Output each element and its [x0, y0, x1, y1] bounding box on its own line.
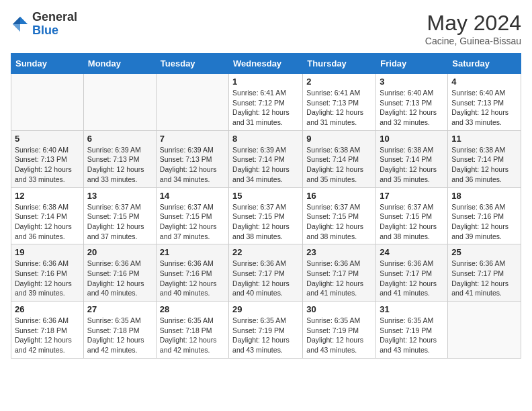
day-info: Sunrise: 6:35 AMSunset: 7:18 PMDaylight:… [87, 316, 152, 355]
day-number: 7 [160, 134, 225, 144]
day-info: Sunrise: 6:41 AMSunset: 7:12 PMDaylight:… [232, 88, 299, 128]
day-info: Sunrise: 6:38 AMSunset: 7:14 PMDaylight:… [306, 145, 372, 185]
calendar-cell: 14Sunrise: 6:37 AMSunset: 7:15 PMDayligh… [156, 187, 228, 244]
day-number: 23 [306, 247, 372, 257]
calendar-cell: 21Sunrise: 6:36 AMSunset: 7:16 PMDayligh… [156, 244, 228, 302]
logo-blue-text: Blue [32, 24, 58, 37]
svg-marker-2 [13, 24, 20, 32]
day-number: 2 [306, 77, 372, 87]
calendar-cell: 25Sunrise: 6:36 AMSunset: 7:17 PMDayligh… [448, 244, 521, 302]
day-info: Sunrise: 6:36 AMSunset: 7:17 PMDaylight:… [451, 259, 517, 298]
calendar-cell: 17Sunrise: 6:37 AMSunset: 7:15 PMDayligh… [376, 187, 448, 244]
day-info: Sunrise: 6:38 AMSunset: 7:14 PMDaylight:… [380, 145, 444, 185]
page-header: General Blue May 2024 Cacine, Guinea-Bis… [11, 11, 521, 46]
calendar-cell: 22Sunrise: 6:36 AMSunset: 7:17 PMDayligh… [229, 244, 303, 302]
day-info: Sunrise: 6:37 AMSunset: 7:15 PMDaylight:… [306, 202, 372, 242]
day-number: 12 [15, 191, 80, 201]
day-number: 15 [232, 191, 299, 201]
day-number: 9 [306, 134, 372, 144]
calendar-cell: 2Sunrise: 6:41 AMSunset: 7:13 PMDaylight… [303, 74, 376, 131]
day-info: Sunrise: 6:41 AMSunset: 7:13 PMDaylight:… [306, 88, 372, 128]
calendar-cell: 11Sunrise: 6:38 AMSunset: 7:14 PMDayligh… [448, 130, 521, 187]
day-number: 27 [87, 304, 152, 314]
logo-general-text: General [32, 10, 77, 24]
day-number: 31 [380, 304, 444, 314]
week-row-2: 5Sunrise: 6:40 AMSunset: 7:13 PMDaylight… [11, 130, 521, 187]
day-info: Sunrise: 6:40 AMSunset: 7:13 PMDaylight:… [451, 88, 517, 128]
calendar-cell: 12Sunrise: 6:38 AMSunset: 7:14 PMDayligh… [11, 187, 84, 244]
day-number: 18 [451, 191, 517, 201]
day-info: Sunrise: 6:35 AMSunset: 7:19 PMDaylight:… [306, 316, 372, 355]
calendar-cell: 5Sunrise: 6:40 AMSunset: 7:13 PMDaylight… [11, 130, 84, 187]
day-info: Sunrise: 6:36 AMSunset: 7:16 PMDaylight:… [15, 259, 80, 298]
calendar-subtitle: Cacine, Guinea-Bissau [425, 36, 521, 46]
calendar-cell: 27Sunrise: 6:35 AMSunset: 7:18 PMDayligh… [83, 302, 156, 359]
title-block: May 2024 Cacine, Guinea-Bissau [425, 11, 521, 46]
day-number: 29 [232, 304, 299, 314]
day-number: 28 [160, 304, 225, 314]
day-info: Sunrise: 6:40 AMSunset: 7:13 PMDaylight:… [15, 145, 80, 185]
day-info: Sunrise: 6:37 AMSunset: 7:15 PMDaylight:… [232, 202, 299, 242]
day-info: Sunrise: 6:38 AMSunset: 7:14 PMDaylight:… [451, 145, 517, 185]
calendar-header-row: SundayMondayTuesdayWednesdayThursdayFrid… [11, 54, 521, 74]
day-info: Sunrise: 6:35 AMSunset: 7:18 PMDaylight:… [160, 316, 225, 355]
calendar-cell: 26Sunrise: 6:36 AMSunset: 7:18 PMDayligh… [11, 302, 84, 359]
day-number: 3 [380, 77, 444, 87]
week-row-3: 12Sunrise: 6:38 AMSunset: 7:14 PMDayligh… [11, 187, 521, 244]
day-number: 11 [451, 134, 517, 144]
calendar-cell: 9Sunrise: 6:38 AMSunset: 7:14 PMDaylight… [303, 130, 376, 187]
calendar-cell: 7Sunrise: 6:39 AMSunset: 7:13 PMDaylight… [156, 130, 228, 187]
calendar-cell: 8Sunrise: 6:39 AMSunset: 7:14 PMDaylight… [229, 130, 303, 187]
calendar-cell: 1Sunrise: 6:41 AMSunset: 7:12 PMDaylight… [229, 74, 303, 131]
calendar-cell: 4Sunrise: 6:40 AMSunset: 7:13 PMDaylight… [448, 74, 521, 131]
calendar-cell: 24Sunrise: 6:36 AMSunset: 7:17 PMDayligh… [376, 244, 448, 302]
week-row-1: 1Sunrise: 6:41 AMSunset: 7:12 PMDaylight… [11, 74, 521, 131]
svg-marker-1 [13, 17, 20, 24]
column-header-monday: Monday [83, 54, 156, 74]
day-info: Sunrise: 6:40 AMSunset: 7:13 PMDaylight:… [380, 88, 444, 128]
logo-icon [11, 15, 30, 34]
calendar-cell: 3Sunrise: 6:40 AMSunset: 7:13 PMDaylight… [376, 74, 448, 131]
day-info: Sunrise: 6:36 AMSunset: 7:18 PMDaylight:… [15, 316, 80, 355]
day-number: 14 [160, 191, 225, 201]
column-header-thursday: Thursday [303, 54, 376, 74]
calendar-cell [156, 74, 228, 131]
day-info: Sunrise: 6:36 AMSunset: 7:16 PMDaylight:… [87, 259, 152, 298]
calendar-cell: 18Sunrise: 6:36 AMSunset: 7:16 PMDayligh… [448, 187, 521, 244]
calendar-cell: 15Sunrise: 6:37 AMSunset: 7:15 PMDayligh… [229, 187, 303, 244]
day-info: Sunrise: 6:39 AMSunset: 7:13 PMDaylight:… [87, 145, 152, 185]
day-number: 4 [451, 77, 517, 87]
calendar-cell: 6Sunrise: 6:39 AMSunset: 7:13 PMDaylight… [83, 130, 156, 187]
day-number: 5 [15, 134, 80, 144]
day-info: Sunrise: 6:37 AMSunset: 7:15 PMDaylight:… [160, 202, 225, 242]
day-info: Sunrise: 6:38 AMSunset: 7:14 PMDaylight:… [15, 202, 80, 242]
column-header-wednesday: Wednesday [229, 54, 303, 74]
calendar-cell: 10Sunrise: 6:38 AMSunset: 7:14 PMDayligh… [376, 130, 448, 187]
day-info: Sunrise: 6:36 AMSunset: 7:17 PMDaylight:… [232, 259, 299, 298]
week-row-5: 26Sunrise: 6:36 AMSunset: 7:18 PMDayligh… [11, 302, 521, 359]
day-info: Sunrise: 6:35 AMSunset: 7:19 PMDaylight:… [380, 316, 444, 355]
day-info: Sunrise: 6:37 AMSunset: 7:15 PMDaylight:… [380, 202, 444, 242]
calendar-cell [448, 302, 521, 359]
calendar-title: May 2024 [425, 11, 521, 36]
day-number: 6 [87, 134, 152, 144]
day-number: 19 [15, 247, 80, 257]
column-header-tuesday: Tuesday [156, 54, 228, 74]
week-row-4: 19Sunrise: 6:36 AMSunset: 7:16 PMDayligh… [11, 244, 521, 302]
day-info: Sunrise: 6:39 AMSunset: 7:14 PMDaylight:… [232, 145, 299, 185]
calendar-cell: 29Sunrise: 6:35 AMSunset: 7:19 PMDayligh… [229, 302, 303, 359]
calendar-cell [11, 74, 84, 131]
day-info: Sunrise: 6:35 AMSunset: 7:19 PMDaylight:… [232, 316, 299, 355]
svg-marker-0 [20, 17, 28, 24]
logo: General Blue [11, 11, 77, 38]
calendar-cell: 16Sunrise: 6:37 AMSunset: 7:15 PMDayligh… [303, 187, 376, 244]
day-number: 25 [451, 247, 517, 257]
day-number: 26 [15, 304, 80, 314]
calendar-cell: 20Sunrise: 6:36 AMSunset: 7:16 PMDayligh… [83, 244, 156, 302]
day-number: 22 [232, 247, 299, 257]
day-info: Sunrise: 6:39 AMSunset: 7:13 PMDaylight:… [160, 145, 225, 185]
calendar-table: SundayMondayTuesdayWednesdayThursdayFrid… [11, 53, 521, 359]
day-info: Sunrise: 6:37 AMSunset: 7:15 PMDaylight:… [87, 202, 152, 242]
day-number: 24 [380, 247, 444, 257]
day-number: 20 [87, 247, 152, 257]
